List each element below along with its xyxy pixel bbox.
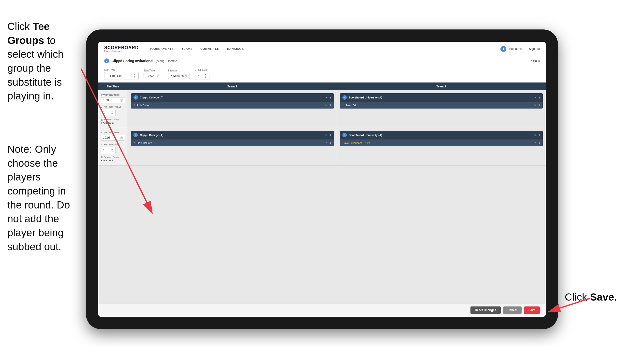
starting-hole-value-1: 1 [103, 111, 105, 114]
logo-area: SCOREBOARD Powered by clippd [104, 45, 139, 52]
start-type-spinner: ▲▼ [134, 73, 136, 78]
player1-expand-icon-2[interactable]: ⬆ [329, 141, 331, 144]
cancel-button[interactable]: Cancel [503, 307, 522, 314]
starting-hole-label-2: STARTING HOLE: [101, 143, 125, 146]
team2-close-icon-2[interactable]: ✕ [534, 134, 536, 137]
starting-time-value-1: 10:00 [103, 98, 110, 102]
player2-expand-icon-2[interactable]: ⬆ [538, 141, 540, 144]
intervals-label: Intervals [168, 69, 190, 72]
team1-actions-1: ✕ ⬆ [325, 96, 331, 99]
starting-time-input-2[interactable]: 10:05 🕐 [101, 135, 125, 141]
instruction-click: Click [7, 21, 33, 32]
start-time-input[interactable]: 10:00 🕐 [144, 73, 163, 79]
player2-close-icon-1[interactable]: ✕ [534, 104, 536, 107]
starting-time-input-1[interactable]: 10:00 🕐 [101, 97, 125, 103]
nav-committee[interactable]: COMMITTEE [197, 45, 223, 52]
instruction-tee-groups: Click Tee Groups to select which group t… [0, 15, 81, 108]
starting-hole-input-2[interactable]: 1 ▲▼ [101, 147, 116, 154]
group-row-2: STARTING TIME: 10:05 🕐 STARTING HOLE: 1 … [98, 128, 546, 166]
hosting-label: Hosting [167, 59, 178, 63]
col-header-team1: Team 1 [128, 82, 337, 90]
reset-changes-button[interactable]: Reset Changes [470, 307, 501, 314]
team1-close-icon-2[interactable]: ✕ [325, 134, 328, 137]
team2-badge-2: B [342, 133, 347, 137]
nav-rankings[interactable]: RANKINGS [224, 45, 247, 52]
tournament-name: Clippd Spring Invitational [112, 59, 154, 63]
intervals-value: 5 Minutes [171, 74, 184, 78]
tee-time-col-1: STARTING TIME: 10:00 🕐 STARTING HOLE: 1 … [98, 90, 128, 128]
teams-area-2: B Clippd College (A) ✕ ⬆ 2. Blair McHarg… [128, 128, 546, 165]
instruction-note: Note: Only choose the players competing … [0, 137, 88, 259]
team2-badge-1: B [342, 95, 347, 100]
sign-out-link[interactable]: Sign out [529, 47, 540, 50]
team1-name-1: Clippd College (A) [140, 96, 323, 99]
team2-expand-icon-2[interactable]: ⬆ [538, 134, 540, 137]
intervals-field: Intervals 5 Minutes 🕐 [168, 69, 190, 79]
team1-expand-icon-2[interactable]: ⬆ [329, 134, 331, 137]
team1-name-2: Clippd College (A) [140, 134, 323, 137]
starting-hole-value-2: 1 [103, 149, 105, 152]
team1-actions-2: ✕ ⬆ [325, 134, 331, 137]
col-header-team2: Team 2 [337, 82, 546, 90]
team2-close-icon-1[interactable]: ✕ [534, 96, 536, 99]
note-label: Note: Only choose the players competing … [7, 143, 70, 252]
team2-col-2: B Scoreboard University (A) ✕ ⬆ Dave Bil… [337, 128, 546, 165]
team2-player-name-1: 1. Rees Britt [342, 104, 532, 107]
intervals-clock-icon: 🕐 [184, 74, 187, 78]
remove-group-icon-1: 🗑 [101, 118, 103, 121]
group-size-label: Group Size [195, 68, 210, 71]
add-group-btn-2[interactable]: + Add Group [101, 159, 125, 162]
team1-col-2: B Clippd College (A) ✕ ⬆ 2. Blair McHarg… [128, 128, 337, 165]
player2-close-icon-2[interactable]: ✕ [534, 141, 536, 144]
team1-expand-icon-1[interactable]: ⬆ [329, 96, 331, 99]
starting-time-label-2: STARTING TIME: [101, 131, 125, 134]
team1-badge-1: B [134, 95, 138, 100]
col-header-tee-time: Tee Time [98, 82, 128, 90]
nav-separator: | [526, 47, 526, 50]
add-group-btn-1[interactable]: + Add Group [101, 122, 125, 124]
team2-col-1: B Scoreboard University (A) ✕ ⬆ 1. Rees … [337, 90, 546, 128]
player2-expand-icon-1[interactable]: ⬆ [538, 104, 540, 107]
user-avatar: B [500, 46, 506, 52]
group-size-spinner: ▲▼ [204, 73, 207, 78]
intervals-input[interactable]: 5 Minutes 🕐 [168, 73, 190, 79]
remove-group-label-1: Remove Group [104, 118, 119, 121]
team1-card-1: B Clippd College (A) ✕ ⬆ 1. Rich Butler … [131, 93, 334, 108]
clock-icon: 🕐 [157, 74, 160, 78]
config-row: Start Type 1st Tee Start ▲▼ Start Time 1… [98, 66, 546, 82]
start-time-label: Start Time [144, 69, 163, 72]
hole-spinner-2: ▲▼ [111, 148, 113, 153]
add-group-label-1: + Add Group [101, 122, 114, 124]
starting-hole-input-1[interactable]: 1 ▲▼ [101, 109, 116, 116]
group-size-field: Group Size 2 ▲▼ [195, 68, 210, 80]
group-size-input[interactable]: 2 ▲▼ [195, 72, 210, 80]
start-type-value: 1st Tee Start [107, 74, 124, 78]
remove-group-btn-2[interactable]: 🗑 Remove Group [101, 156, 125, 158]
tablet-screen: SCOREBOARD Powered by clippd TOURNAMENTS… [98, 42, 546, 317]
tee-time-col-2: STARTING TIME: 10:05 🕐 STARTING HOLE: 1 … [98, 128, 128, 165]
back-button[interactable]: < Back [531, 59, 540, 63]
breadcrumb-left: B Clippd Spring Invitational (Men) Hosti… [104, 58, 178, 63]
remove-group-label-2: Remove Group [104, 156, 119, 158]
save-button[interactable]: Save [524, 307, 540, 314]
nav-teams[interactable]: TEAMS [178, 45, 196, 52]
group-size-value: 2 [198, 74, 199, 78]
player1-expand-icon-1[interactable]: ⬆ [329, 104, 331, 107]
team2-player-row-2: Dave Billingham (SUB) ✕ ⬆ [340, 139, 543, 146]
team2-expand-icon-1[interactable]: ⬆ [538, 96, 540, 99]
team2-card-1: B Scoreboard University (A) ✕ ⬆ 1. Rees … [340, 93, 543, 108]
group-row-1: STARTING TIME: 10:00 🕐 STARTING HOLE: 1 … [98, 90, 546, 128]
team2-player-row-1: 1. Rees Britt ✕ ⬆ [340, 102, 543, 108]
breadcrumb-bar: B Clippd Spring Invitational (Men) Hosti… [98, 56, 546, 66]
player1-close-icon-2[interactable]: ✕ [325, 141, 328, 144]
player1-close-icon-1[interactable]: ✕ [325, 104, 328, 107]
team2-actions-1: ✕ ⬆ [534, 96, 540, 99]
add-group-label-2: + Add Group [101, 159, 114, 162]
hole-spinner-1: ▲▼ [111, 110, 113, 115]
nav-tournaments[interactable]: TOURNAMENTS [146, 45, 177, 52]
tournament-gender: (Men) [156, 59, 164, 63]
starting-hole-label-1: STARTING HOLE: [101, 106, 125, 108]
start-type-input[interactable]: 1st Tee Start ▲▼ [104, 72, 139, 80]
remove-group-btn-1[interactable]: 🗑 Remove Group [101, 118, 125, 121]
team1-close-icon-1[interactable]: ✕ [325, 96, 328, 99]
